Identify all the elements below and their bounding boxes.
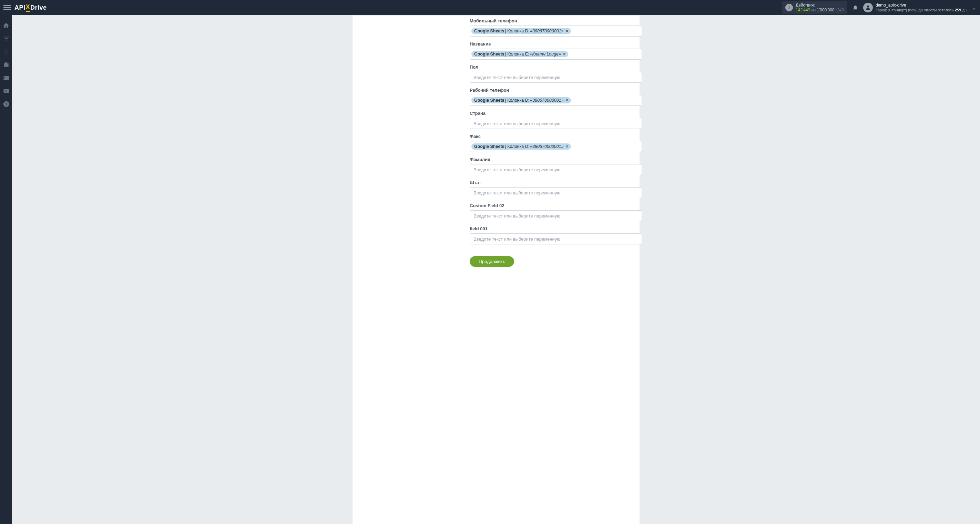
field-label: Custom Field 02 bbox=[470, 203, 642, 208]
help-icon[interactable] bbox=[3, 101, 10, 108]
field-input[interactable] bbox=[470, 118, 642, 129]
variable-tag[interactable]: Google Sheets | Колонка D: «380670000001… bbox=[471, 97, 571, 104]
variable-tag[interactable]: Google Sheets | Колонка E: «Клатч Louge»… bbox=[471, 51, 568, 57]
actions-counter[interactable]: i Действия: 142'449 из 1'000'000 (149 bbox=[782, 2, 847, 14]
actions-label: Действия: bbox=[795, 3, 844, 8]
field-input[interactable] bbox=[470, 210, 642, 221]
field-label: Название bbox=[470, 41, 642, 46]
dollar-icon[interactable] bbox=[3, 48, 10, 55]
logo-drive: Drive bbox=[30, 4, 47, 11]
logo-api: API bbox=[14, 4, 25, 11]
field-label: Рабочий телефон bbox=[470, 88, 642, 93]
remove-tag-icon[interactable]: × bbox=[563, 52, 565, 57]
variable-tag[interactable]: Google Sheets | Колонка D: «380670000001… bbox=[471, 28, 571, 34]
sidebar bbox=[0, 15, 12, 524]
briefcase-icon[interactable] bbox=[3, 61, 10, 68]
field-input[interactable]: Google Sheets | Колонка E: «Клатч Louge»… bbox=[470, 49, 642, 60]
field-label: Пол bbox=[470, 64, 642, 70]
field-label: Факс bbox=[470, 134, 642, 139]
actions-paren: (149 bbox=[835, 8, 844, 13]
chevron-down-icon: ⌄ bbox=[971, 4, 977, 11]
text-input[interactable] bbox=[471, 73, 640, 81]
info-icon: i bbox=[785, 4, 793, 11]
field-input[interactable] bbox=[470, 164, 642, 175]
field-input[interactable]: Google Sheets | Колонка D: «380670000001… bbox=[470, 25, 642, 37]
field-input[interactable] bbox=[470, 233, 642, 244]
sitemap-icon[interactable] bbox=[3, 35, 10, 42]
home-icon[interactable] bbox=[3, 22, 10, 29]
bell-icon[interactable] bbox=[852, 5, 858, 11]
id-card-icon[interactable] bbox=[3, 75, 10, 81]
field-group: Штат bbox=[470, 180, 642, 198]
actions-total: 1'000'000 bbox=[817, 8, 834, 13]
text-input[interactable] bbox=[471, 119, 640, 127]
field-input[interactable] bbox=[470, 72, 642, 83]
text-input[interactable] bbox=[471, 189, 640, 197]
continue-button[interactable]: Продолжить bbox=[470, 256, 514, 267]
user-menu[interactable]: demo_apix-drive Тариф |Стандарт| (new) д… bbox=[863, 3, 977, 13]
field-input[interactable]: Google Sheets | Колонка D: «380670000001… bbox=[470, 141, 642, 152]
field-group: Пол bbox=[470, 64, 642, 83]
youtube-icon[interactable] bbox=[3, 88, 10, 94]
field-input[interactable]: Google Sheets | Колонка D: «380670000001… bbox=[470, 95, 642, 106]
remove-tag-icon[interactable]: × bbox=[566, 98, 568, 103]
field-group: Мобильный телефонGoogle Sheets | Колонка… bbox=[470, 18, 642, 37]
field-group: НазваниеGoogle Sheets | Колонка E: «Клат… bbox=[470, 41, 642, 60]
field-group: Фамилия bbox=[470, 157, 642, 175]
remove-tag-icon[interactable]: × bbox=[566, 144, 568, 149]
field-group: Рабочий телефонGoogle Sheets | Колонка D… bbox=[470, 88, 642, 106]
topbar: APIXDrive i Действия: 142'449 из 1'000'0… bbox=[0, 0, 980, 15]
variable-tag[interactable]: Google Sheets | Колонка D: «380670000001… bbox=[471, 143, 571, 150]
avatar-icon bbox=[863, 3, 873, 13]
logo[interactable]: APIXDrive bbox=[14, 3, 47, 12]
remove-tag-icon[interactable]: × bbox=[566, 29, 568, 33]
text-input[interactable] bbox=[471, 212, 640, 220]
actions-count: 142'449 bbox=[795, 8, 810, 13]
field-label: Мобильный телефон bbox=[470, 18, 642, 24]
field-label: Страна bbox=[470, 111, 642, 116]
field-input[interactable] bbox=[470, 187, 642, 198]
text-input[interactable] bbox=[471, 235, 640, 243]
field-label: Фамилия bbox=[470, 157, 642, 162]
field-group: field 001 bbox=[470, 226, 642, 244]
logo-x: X bbox=[26, 3, 30, 12]
field-label: Штат bbox=[470, 180, 642, 185]
menu-toggle[interactable] bbox=[3, 4, 11, 11]
field-group: Страна bbox=[470, 111, 642, 129]
content: Мобильный телефонGoogle Sheets | Колонка… bbox=[12, 15, 980, 524]
form-card: Мобильный телефонGoogle Sheets | Колонка… bbox=[352, 15, 640, 524]
user-name: demo_apix-drive bbox=[876, 3, 967, 8]
field-group: Custom Field 02 bbox=[470, 203, 642, 221]
field-group: ФаксGoogle Sheets | Колонка D: «38067000… bbox=[470, 134, 642, 152]
field-label: field 001 bbox=[470, 226, 642, 231]
text-input[interactable] bbox=[471, 166, 640, 174]
